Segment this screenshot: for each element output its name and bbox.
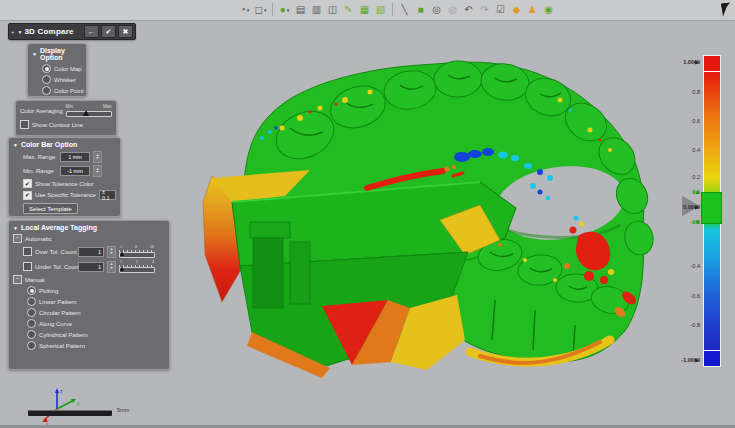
scale-label-tol-upper: 0.1 [680, 189, 700, 195]
split-columns-button[interactable]: ◫ [325, 2, 340, 17]
caret-down-icon[interactable]: ▼ [13, 225, 18, 231]
snapshot-button[interactable]: ▤ [293, 2, 308, 17]
move-handle-icon[interactable]: + [11, 29, 15, 35]
target-b-button[interactable]: ◎ [445, 2, 460, 17]
safety-mode-button[interactable]: ◆ [509, 2, 524, 17]
mode-picking[interactable]: Picking [9, 285, 169, 296]
manual-label: Manual [25, 277, 45, 283]
circular-pattern-label: Circular Pattern [39, 310, 81, 316]
color-averaging-label: Color Averaging [20, 108, 63, 114]
show-tolerance-row[interactable]: Show Tolerance Color [9, 178, 120, 189]
specific-tolerance-field[interactable]: ± 0.1 [99, 190, 116, 200]
visibility-button[interactable]: ◉ [541, 2, 556, 17]
close-button[interactable]: ✖ [118, 25, 133, 38]
manual-expander[interactable]: −Manual [9, 274, 169, 285]
apply-button[interactable]: ✔ [101, 25, 116, 38]
tolerance-zone[interactable] [701, 192, 722, 224]
option-color-map[interactable]: Color Map [28, 63, 86, 74]
mode-circular-pattern[interactable]: Circular Pattern [9, 307, 169, 318]
slider-thumb[interactable] [120, 266, 124, 271]
under-tol-checkbox[interactable] [23, 262, 32, 271]
circular-pattern-radio[interactable] [27, 308, 36, 317]
scale-label-min: -1.0000 [680, 357, 700, 363]
slider-thumb[interactable] [120, 251, 124, 256]
whisker-radio[interactable] [42, 75, 51, 84]
measure-line-button[interactable]: ╲ [397, 2, 412, 17]
axis-y-label: y [77, 400, 80, 406]
color-point-radio[interactable] [42, 86, 51, 95]
report-table-button[interactable]: ▧ [373, 2, 388, 17]
orbit-view-icon: ◔ [240, 5, 246, 15]
caret-down-icon[interactable]: ▼ [32, 51, 37, 57]
option-color-point[interactable]: Color Point [28, 85, 86, 96]
max-range-spinner[interactable]: ▲▼ [93, 151, 102, 163]
scale-bar [28, 410, 112, 416]
color-averaging-slider[interactable]: MinMax [66, 104, 112, 118]
undo-button[interactable]: ↶ [461, 2, 476, 17]
main-toolbar: ◔▾ ◻▾ ●▾ ▤ ▥ ◫ ✎ ▦ ▧ ╲ ■ ◎ ◎ ↶ ↷ ☑ ◆ ♟ ◉ [237, 2, 556, 17]
mode-linear-pattern[interactable]: Linear Pattern [9, 296, 169, 307]
model-display-button[interactable]: ●▾ [277, 2, 292, 17]
over-tol-spinner[interactable]: ▲▼ [107, 246, 116, 258]
slider-thumb[interactable] [83, 110, 89, 116]
option-whisker[interactable]: Whisker [28, 74, 86, 85]
collapse-icon[interactable]: − [13, 234, 22, 243]
collapse-icon[interactable]: − [13, 275, 22, 284]
paint-annotation-button[interactable]: ✎ [341, 2, 356, 17]
select-template-button[interactable]: Select Template [23, 203, 78, 214]
region-select-button[interactable]: ■ [413, 2, 428, 17]
show-contour-row[interactable]: Show Contour Line [16, 119, 116, 130]
caret-down-icon[interactable]: ▼ [18, 29, 23, 35]
caret-down-icon[interactable]: ▼ [13, 142, 18, 148]
over-tol-slider[interactable]: 1816 [119, 245, 155, 258]
axis-z-label: z [60, 388, 63, 394]
target-a-button[interactable]: ◎ [429, 2, 444, 17]
spherical-pattern-label: Spherical Pattern [39, 343, 85, 349]
over-tol-row[interactable]: Over Tol. Count 1 ▲▼ 1816 [9, 244, 169, 259]
orbit-view-button[interactable]: ◔▾ [237, 2, 252, 17]
along-curve-radio[interactable] [27, 319, 36, 328]
print-button[interactable]: ▥ [309, 2, 324, 17]
back-button[interactable]: ← [84, 25, 99, 38]
cube-view-button[interactable]: ◻▾ [253, 2, 268, 17]
verify-edit-button[interactable]: ☑ [493, 2, 508, 17]
scale-label: 0.8 [680, 89, 700, 95]
show-tolerance-checkbox[interactable] [23, 179, 32, 188]
min-range-field[interactable]: -1 mm [60, 166, 90, 176]
3d-model-viewport[interactable] [195, 40, 695, 390]
mode-along-curve[interactable]: Along Curve [9, 318, 169, 329]
compare-command-bar[interactable]: + ▼ 3D Compare ← ✔ ✖ [8, 23, 136, 40]
chevron-down-icon: ▾ [264, 7, 267, 13]
user-button[interactable]: ♟ [525, 2, 540, 17]
clamp-tab [250, 222, 290, 238]
tagging-title: Local Average Tagging [21, 224, 97, 231]
use-specific-row[interactable]: Use Specific Tolerance ± 0.1 [9, 189, 120, 201]
mode-spherical-pattern[interactable]: Spherical Pattern [9, 340, 169, 351]
slider-groove[interactable] [119, 267, 155, 273]
toolbar-separator [272, 3, 273, 16]
scale-label: 0.4 [680, 147, 700, 153]
use-specific-checkbox[interactable] [23, 191, 32, 200]
under-tol-field[interactable]: 1 [78, 262, 104, 272]
max-range-field[interactable]: 1 mm [60, 152, 90, 162]
automatic-expander[interactable]: −Automatic [9, 233, 169, 244]
picking-radio[interactable] [27, 286, 36, 295]
chevron-down-icon: ▾ [287, 7, 290, 13]
over-tol-field[interactable]: 1 [78, 247, 104, 257]
over-tol-checkbox[interactable] [23, 247, 32, 256]
cylindrical-pattern-radio[interactable] [27, 330, 36, 339]
min-range-spinner[interactable]: ▲▼ [93, 165, 102, 177]
color-map-radio[interactable] [42, 64, 51, 73]
data-table-button[interactable]: ▦ [357, 2, 372, 17]
color-bar-option-panel: ▼Color Bar Option Max. Range 1 mm ▲▼ Min… [8, 137, 121, 217]
under-tol-slider[interactable]: 124 [119, 260, 155, 273]
under-tol-spinner[interactable]: ▲▼ [107, 261, 116, 273]
show-contour-checkbox[interactable] [20, 120, 29, 129]
spherical-pattern-radio[interactable] [27, 341, 36, 350]
linear-pattern-radio[interactable] [27, 297, 36, 306]
redo-button[interactable]: ↷ [477, 2, 492, 17]
over-range-cap [704, 56, 720, 71]
slider-groove[interactable] [119, 252, 155, 258]
under-tol-row[interactable]: Under Tol. Count 1 ▲▼ 124 [9, 259, 169, 274]
mode-cylindrical-pattern[interactable]: Cylindrical Pattern [9, 329, 169, 340]
